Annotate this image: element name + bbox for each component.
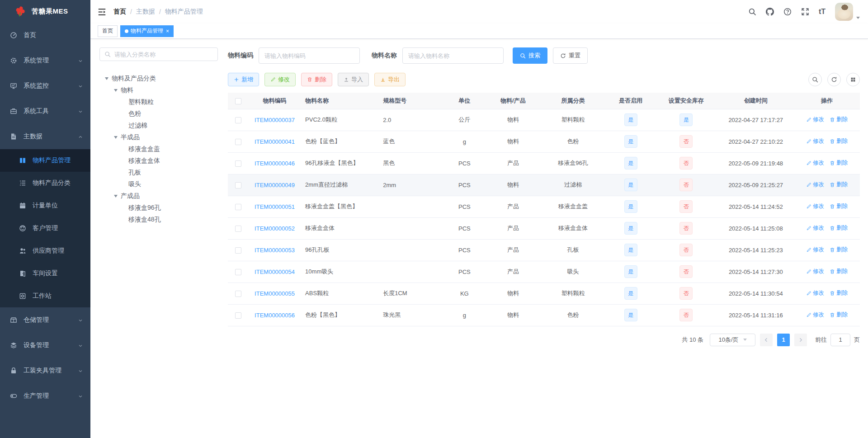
sidebar-item-workshop-settings[interactable]: 车间设置 <box>0 262 90 285</box>
sidebar-item-tooling-fixture-management[interactable]: 工装夹具管理 <box>0 358 90 383</box>
material-code-link[interactable]: ITEM00000055 <box>255 290 295 297</box>
page-number-current[interactable]: 1 <box>777 334 790 346</box>
tree-node[interactable]: 塑料颗粒 <box>99 96 218 108</box>
delete-row-link[interactable]: 删除 <box>830 203 848 210</box>
tree-node[interactable]: 物料 <box>99 85 218 96</box>
app-logo[interactable]: 苦糖果MES <box>0 0 90 23</box>
tab-material-product-management[interactable]: 物料产品管理 × <box>120 25 174 37</box>
material-code-link[interactable]: ITEM00000049 <box>255 182 295 188</box>
row-checkbox[interactable] <box>235 160 241 167</box>
tree-node[interactable]: 移液盒48孔 <box>99 214 218 226</box>
tree-node[interactable]: 移液盒96孔 <box>99 202 218 214</box>
row-checkbox[interactable] <box>235 291 241 297</box>
edit-row-link[interactable]: 修改 <box>806 116 824 123</box>
row-checkbox[interactable] <box>235 247 241 254</box>
material-code-link[interactable]: ITEM00000037 <box>255 117 295 123</box>
delete-button[interactable]: 删除 <box>301 73 332 86</box>
tree-node[interactable]: 半成品 <box>99 132 218 143</box>
tree-node[interactable]: 色粉 <box>99 108 218 120</box>
delete-row-link[interactable]: 删除 <box>830 181 848 188</box>
delete-row-link[interactable]: 删除 <box>830 137 848 145</box>
material-code-link[interactable]: ITEM00000056 <box>255 312 295 319</box>
row-checkbox[interactable] <box>235 139 241 145</box>
delete-row-link[interactable]: 删除 <box>830 289 848 297</box>
fullscreen-icon[interactable] <box>801 8 809 16</box>
material-code-link[interactable]: ITEM00000051 <box>255 203 295 210</box>
edit-row-link[interactable]: 修改 <box>806 137 824 145</box>
edit-row-link[interactable]: 修改 <box>806 246 824 254</box>
material-code-link[interactable]: ITEM00000054 <box>255 268 295 275</box>
edit-row-link[interactable]: 修改 <box>806 159 824 167</box>
page-size-select[interactable]: 10条/页 <box>710 334 755 346</box>
sidebar-item-workstation[interactable]: 工作站 <box>0 285 90 307</box>
add-button[interactable]: 新增 <box>228 73 259 86</box>
row-checkbox[interactable] <box>235 204 241 210</box>
row-checkbox[interactable] <box>235 312 241 319</box>
edit-button[interactable]: 修改 <box>264 73 296 86</box>
help-icon[interactable] <box>783 8 792 16</box>
breadcrumb-home[interactable]: 首页 <box>113 8 126 16</box>
tree-node[interactable]: 移液盒盒体 <box>99 155 218 167</box>
github-icon[interactable] <box>766 8 774 16</box>
row-checkbox[interactable] <box>235 182 241 188</box>
sidebar-item-system-monitor[interactable]: 系统监控 <box>0 73 90 99</box>
sidebar-item-customer-management[interactable]: 客户管理 <box>0 217 90 240</box>
sidebar-toggle-icon[interactable] <box>98 8 106 16</box>
delete-row-link[interactable]: 删除 <box>830 268 848 275</box>
row-checkbox[interactable] <box>235 226 241 232</box>
column-settings-button[interactable] <box>846 73 860 86</box>
tab-home[interactable]: 首页 <box>98 25 118 37</box>
edit-row-link[interactable]: 修改 <box>806 181 824 188</box>
prev-page-button[interactable] <box>760 334 773 346</box>
delete-row-link[interactable]: 删除 <box>830 311 848 319</box>
delete-row-link[interactable]: 删除 <box>830 159 848 167</box>
delete-row-link[interactable]: 删除 <box>830 224 848 232</box>
sidebar-item-master-data[interactable]: 主数据 <box>0 124 90 149</box>
edit-row-link[interactable]: 修改 <box>806 203 824 210</box>
sidebar-item-warehouse-management[interactable]: 仓储管理 <box>0 307 90 333</box>
sidebar-item-system-management[interactable]: 系统管理 <box>0 48 90 73</box>
tree-node[interactable]: 物料及产品分类 <box>99 73 218 85</box>
search-button[interactable]: 搜索 <box>513 47 547 64</box>
export-button[interactable]: 导出 <box>374 73 406 86</box>
sidebar-item-system-tools[interactable]: 系统工具 <box>0 99 90 124</box>
tree-node[interactable]: 过滤棉 <box>99 120 218 132</box>
material-name-input[interactable] <box>402 47 504 64</box>
tree-search-input[interactable] <box>114 51 213 58</box>
search-icon[interactable] <box>748 8 756 16</box>
tree-node[interactable]: 移液盒盒盖 <box>99 143 218 155</box>
show-search-button[interactable] <box>808 73 822 86</box>
row-checkbox[interactable] <box>235 269 241 275</box>
tree-node[interactable]: 孔板 <box>99 167 218 179</box>
material-code-link[interactable]: ITEM00000041 <box>255 138 295 145</box>
delete-row-link[interactable]: 删除 <box>830 116 848 123</box>
next-page-button[interactable] <box>794 334 807 346</box>
goto-page-input[interactable] <box>830 334 850 346</box>
tree-node[interactable]: 产成品 <box>99 190 218 202</box>
material-code-input[interactable] <box>259 47 360 64</box>
breadcrumb-master-data[interactable]: 主数据 <box>136 8 155 16</box>
delete-row-link[interactable]: 删除 <box>830 246 848 254</box>
font-size-icon[interactable]: tT <box>819 8 826 15</box>
close-icon[interactable]: × <box>166 28 169 34</box>
user-menu[interactable] <box>835 3 860 21</box>
material-code-link[interactable]: ITEM00000046 <box>255 160 295 167</box>
sidebar-item-material-product-management[interactable]: 物料产品管理 <box>0 149 90 172</box>
material-code-link[interactable]: ITEM00000052 <box>255 225 295 232</box>
sidebar-item-home[interactable]: 首页 <box>0 23 90 48</box>
reset-button[interactable]: 重置 <box>553 47 588 64</box>
refresh-button[interactable] <box>827 73 841 86</box>
edit-row-link[interactable]: 修改 <box>806 289 824 297</box>
tree-node[interactable]: 吸头 <box>99 179 218 190</box>
sidebar-item-material-product-category[interactable]: 物料产品分类 <box>0 172 90 194</box>
material-code-link[interactable]: ITEM00000053 <box>255 247 295 254</box>
avatar[interactable] <box>835 3 853 21</box>
edit-row-link[interactable]: 修改 <box>806 268 824 275</box>
edit-row-link[interactable]: 修改 <box>806 224 824 232</box>
row-checkbox[interactable] <box>235 117 241 123</box>
sidebar-item-production-management[interactable]: 生产管理 <box>0 383 90 409</box>
sidebar-item-measure-unit[interactable]: 计量单位 <box>0 194 90 217</box>
select-all-checkbox[interactable] <box>235 98 241 104</box>
sidebar-item-equipment-management[interactable]: 设备管理 <box>0 333 90 358</box>
sidebar-item-supplier-management[interactable]: 供应商管理 <box>0 240 90 262</box>
